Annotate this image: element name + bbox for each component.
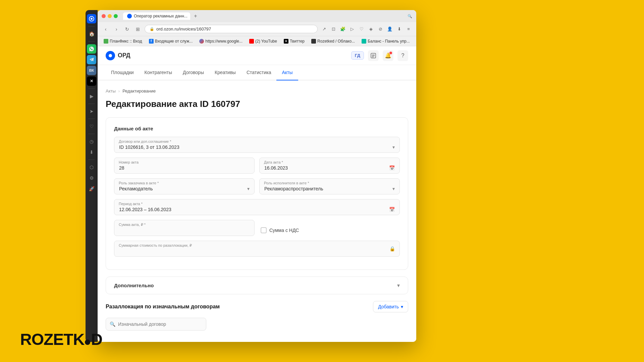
additional-section-header[interactable]: Дополнительно ▾ xyxy=(106,277,408,294)
bookmark-twitter[interactable]: ✕ Твиттер xyxy=(282,38,307,44)
play-icon[interactable]: ▷ xyxy=(348,25,356,33)
back-button[interactable]: ‹ xyxy=(102,25,110,33)
bookmark-youtube[interactable]: (2) YouTube xyxy=(247,38,279,44)
adblocker-icon[interactable]: ⊘ xyxy=(377,25,384,33)
sidebar-icon-browser[interactable] xyxy=(87,14,96,23)
sidebar-icon-heart[interactable]: ♡ xyxy=(87,122,96,131)
sidebar-divider-1 xyxy=(88,26,95,26)
add-button[interactable]: Добавить ▾ xyxy=(373,301,408,312)
sum-nds-container: Сумма с НДС xyxy=(259,220,400,241)
sum-nds-label: Сумма с НДС xyxy=(269,228,299,233)
sidebar-icon-download[interactable]: ⬇ xyxy=(87,147,96,157)
sidebar-icon-twitter[interactable]: ✕ xyxy=(87,76,96,86)
browser-search-icon[interactable]: 🔍 xyxy=(408,14,412,18)
sum-nds-checkbox[interactable] xyxy=(261,227,267,233)
nav-item-contracts[interactable]: Договоры xyxy=(177,65,209,80)
maximize-button[interactable] xyxy=(114,14,118,18)
minimize-button[interactable] xyxy=(108,14,112,18)
act-number-date-row: Номер акта Дата акта * 16.06.2023 📅 xyxy=(114,158,400,178)
bookmark-label-balance: Баланс - Панель упр... xyxy=(368,39,410,44)
sidebar-icon-settings[interactable]: ⚙ xyxy=(87,173,96,183)
header-right: ГД 🔔 ? xyxy=(351,50,408,61)
bookmark-google[interactable]: https://www.google... xyxy=(197,38,245,44)
nav-item-statistics[interactable]: Статистика xyxy=(241,65,277,80)
header-badge-gd[interactable]: ГД xyxy=(351,51,364,60)
bookmark-label-planfix: ПланФикс :: Вход xyxy=(110,39,142,44)
sum-label: Сумма акта, ₽ * xyxy=(119,223,146,227)
content-area: ОРД ГД 🔔 ? xyxy=(98,46,416,342)
bookmark-rozetked[interactable]: Rozetked / Облако... xyxy=(309,38,357,44)
bookmark-favicon-youtube xyxy=(249,39,254,44)
lock-icon: 🔒 xyxy=(150,27,154,31)
download-status-icon[interactable]: ⬇ xyxy=(395,25,403,33)
svg-point-1 xyxy=(91,18,93,20)
sidebar-icon-vk[interactable]: ВК xyxy=(87,66,96,75)
sidebar-icon-whatsapp[interactable] xyxy=(87,44,96,54)
tab-bar: Оператор рекламных данн... + xyxy=(123,12,405,20)
reallocation-title: Разаллокация по изначальным договорам xyxy=(106,304,220,310)
sidebar-icon-3d[interactable]: ⬡ xyxy=(87,163,96,172)
breadcrumb-parent[interactable]: Акты xyxy=(106,88,116,94)
sidebar-icon-home[interactable]: 🏠 xyxy=(87,29,96,39)
bookmark-active-domains[interactable]: my.active.domains ... xyxy=(415,38,416,44)
breadcrumb: Акты › Редактирование xyxy=(106,88,408,94)
close-button[interactable] xyxy=(102,14,106,18)
search-field-container: 🔍 xyxy=(106,318,206,330)
tab-title: Оператор рекламных данн... xyxy=(134,14,187,18)
bookmark-planfix[interactable]: ПланФикс :: Вход xyxy=(102,38,144,44)
breadcrumb-current: Редактирование xyxy=(122,88,156,94)
bookmark-balance[interactable]: Баланс - Панель упр... xyxy=(360,38,412,44)
chevron-down-icon-customer: ▾ xyxy=(247,186,250,191)
forward-button[interactable]: › xyxy=(112,25,120,33)
act-date-label: Дата акта * xyxy=(264,160,283,164)
act-number-label: Номер акта xyxy=(119,160,139,164)
sidebar-divider-7 xyxy=(88,160,95,160)
nav-item-contractors[interactable]: Контрагенты xyxy=(139,65,177,80)
period-picker[interactable]: 12.06.2023 – 16.06.2023 📅 xyxy=(114,199,400,215)
bookmark-label-rozetked: Rozetked / Облако... xyxy=(317,39,355,44)
search-icon: 🔍 xyxy=(110,321,115,327)
address-input[interactable]: 🔒 ord.ozon.ru/invoices/160797 xyxy=(145,25,318,33)
sidebar-icon-telegram[interactable] xyxy=(87,55,96,64)
extensions-icon[interactable]: 🧩 xyxy=(339,25,346,33)
profile-icon[interactable]: 👤 xyxy=(386,25,393,33)
calendar-icon: 📅 xyxy=(389,165,395,171)
refresh-button[interactable]: ↻ xyxy=(123,25,131,33)
nav-item-creatives[interactable]: Креативы xyxy=(209,65,241,80)
sidebar-icon-video[interactable]: ▶ xyxy=(87,92,96,101)
contract-label: Договор или доп.соглашение * xyxy=(119,139,171,143)
nav-item-platforms[interactable]: Площадки xyxy=(106,65,139,80)
svg-rect-3 xyxy=(372,55,375,55)
page-title: Редактирование акта ID 160797 xyxy=(106,99,408,109)
navigation-bar: Площадки Контрагенты Договоры Креативы С… xyxy=(98,65,416,80)
bookmark-icon[interactable]: ♡ xyxy=(358,25,365,33)
customer-role-field: Роль заказчика в акте * Рекламодатель ▾ xyxy=(114,178,255,194)
rozetked-logo: ROZETKD xyxy=(20,330,102,349)
chevron-down-icon-add: ▾ xyxy=(401,304,403,309)
siri-icon[interactable]: ◈ xyxy=(367,25,375,33)
bookmark-label-twitter: Твиттер xyxy=(290,39,305,44)
app-logo-text: ОРД xyxy=(118,52,130,59)
header-notification-button[interactable]: 🔔 xyxy=(383,50,393,61)
chevron-down-icon-additional: ▾ xyxy=(397,282,400,289)
share-icon[interactable]: ↗ xyxy=(320,25,328,33)
period-field: Период акта * 12.06.2023 – 16.06.2023 📅 xyxy=(114,199,400,215)
active-tab[interactable]: Оператор рекламных данн... xyxy=(123,12,190,20)
sidebar-icon-send[interactable]: ➤ xyxy=(87,107,96,116)
new-tab-button[interactable]: + xyxy=(192,12,200,20)
bookmark-fb[interactable]: f Входящие от служ... xyxy=(147,38,195,44)
menu-icon[interactable]: ≡ xyxy=(405,25,412,33)
sidebar-divider-2 xyxy=(88,41,95,42)
sidebar-icon-clock[interactable]: ◷ xyxy=(87,137,96,146)
header-help-button[interactable]: ? xyxy=(397,50,408,61)
breadcrumb-separator: › xyxy=(118,88,120,94)
sidebar-icon-rocket[interactable]: 🚀 xyxy=(87,184,96,193)
search-input[interactable] xyxy=(106,318,206,330)
reader-icon[interactable]: ⊡ xyxy=(330,25,337,33)
header-icon-history[interactable] xyxy=(368,50,379,61)
nav-item-acts[interactable]: Акты xyxy=(276,65,298,80)
calendar-icon-period: 📅 xyxy=(389,207,395,212)
app-header: ОРД ГД 🔔 ? xyxy=(98,46,416,65)
grid-button[interactable]: ⊞ xyxy=(134,25,142,33)
url-text: ord.ozon.ru/invoices/160797 xyxy=(156,26,211,32)
